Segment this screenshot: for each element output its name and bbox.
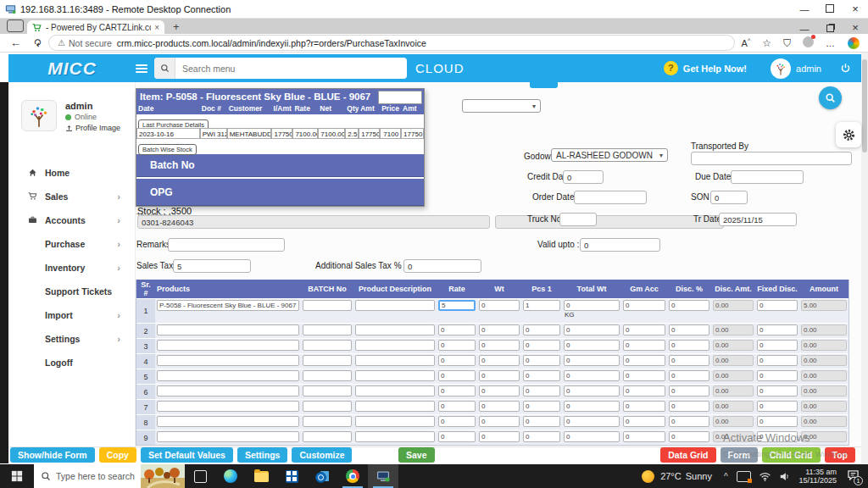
grid-input[interactable] [669,431,709,442]
grid-input[interactable] [438,355,476,366]
popup-title-input[interactable] [378,91,422,104]
hidden-icons-chevron[interactable]: ^ [724,472,728,481]
sales-tax-input[interactable] [173,259,251,273]
settings-gear-card[interactable] [836,122,861,147]
opg-band[interactable]: OPG [136,177,424,206]
grid-input[interactable] [355,385,435,396]
reload-icon[interactable]: ⟳ [31,38,43,47]
help-area[interactable]: ? Get Help Now! [664,61,747,75]
grid-input[interactable] [157,370,299,381]
grid-input[interactable] [303,385,352,396]
child-grid-button[interactable]: Child Grid [762,447,821,463]
tab-close-icon[interactable]: × [154,23,159,32]
grid-input[interactable] [157,300,299,311]
browser-tab[interactable]: - Powered By CARTZLink.com × [27,20,164,34]
addl-sales-tax-input[interactable] [403,259,481,273]
grid-input[interactable] [355,324,435,336]
sidebar-item-inventory[interactable]: Inventory› [8,256,136,280]
grid-input[interactable] [355,401,435,412]
browser-restore-icon[interactable] [817,24,843,34]
taskbar-outlook[interactable] [307,464,337,488]
grid-input[interactable] [623,431,665,442]
customize-button[interactable]: Customize [292,447,352,463]
taskbar-edge[interactable] [215,464,246,488]
transported-by-input[interactable] [691,152,852,165]
back-icon[interactable]: ← [10,36,21,49]
grid-input[interactable] [564,300,620,311]
grid-input[interactable] [438,416,476,427]
grid-input[interactable] [669,324,709,336]
order-date-input[interactable] [574,191,647,204]
grid-input[interactable] [479,401,520,412]
grid-input[interactable] [157,431,299,442]
grid-input[interactable] [623,324,665,336]
credit-days-input[interactable] [563,170,604,184]
grid-input[interactable] [757,401,798,412]
logout-power-icon[interactable] [840,63,851,74]
grid-input[interactable] [564,401,620,412]
weather-condition[interactable]: Sunny [686,471,712,481]
sidebar-item-import[interactable]: Import› [8,303,136,327]
grid-input[interactable] [564,431,620,442]
grid-input[interactable] [438,300,476,311]
grid-input[interactable] [757,340,798,351]
grid-input[interactable] [623,370,665,381]
grid-input[interactable] [438,385,476,396]
grid-input[interactable] [355,416,435,427]
task-view-button[interactable] [185,464,215,488]
son-input[interactable] [710,191,748,204]
rdp-maximize-icon[interactable] [817,4,843,14]
grid-input[interactable] [523,324,560,336]
grid-input[interactable] [523,431,560,442]
tab-search-icon[interactable] [7,19,24,32]
menu-search-input[interactable] [175,64,407,74]
weather-temp[interactable]: 27°C [660,471,682,481]
show-hide-form-button[interactable]: Show/hide Form [10,447,95,463]
url-bar[interactable]: ⚠ Not secure crm.micc-products.com.local… [48,35,735,51]
taskbar-rdp[interactable] [368,464,398,488]
sidebar-item-logoff[interactable]: Logoff [8,351,136,374]
grid-input[interactable] [757,431,798,442]
new-tab-icon[interactable]: + [173,20,180,33]
copy-button[interactable]: Copy [99,447,136,463]
grid-input[interactable] [479,385,520,396]
page-search-fab[interactable] [819,86,842,109]
grid-input[interactable] [669,416,709,427]
sidebar-profile-image-link[interactable]: Profile Image [65,124,120,132]
grid-input[interactable] [623,385,665,396]
volume-icon[interactable] [779,472,791,481]
due-date-input[interactable] [731,170,804,184]
grid-input[interactable] [438,370,476,381]
taskbar-chrome[interactable] [337,464,368,488]
browser-close-icon[interactable]: × [843,21,868,34]
grid-input[interactable] [564,340,620,351]
sidebar-item-accounts[interactable]: Accounts› [8,208,136,232]
grid-input[interactable] [523,401,560,412]
grid-input[interactable] [479,340,520,351]
grid-input[interactable] [355,340,435,351]
truck-no-input[interactable] [559,213,597,226]
valid-upto-input[interactable] [580,238,660,252]
grid-input[interactable] [564,355,620,366]
grid-input[interactable] [157,416,299,427]
grid-input[interactable] [157,355,299,366]
godown-select[interactable]: AL-RASHEED GODOWN▾ [551,148,668,162]
read-aloud-icon[interactable]: A^ [742,37,751,48]
grid-input[interactable] [623,416,665,427]
sidebar-avatar[interactable] [21,100,57,131]
header-user-avatar[interactable] [771,58,791,79]
grid-input[interactable] [355,431,435,442]
batch-no-band[interactable]: Batch No [136,152,424,177]
tr-date-input[interactable] [719,213,797,226]
grid-input[interactable] [623,401,665,412]
grid-input[interactable] [303,324,352,336]
grid-input[interactable] [669,300,709,311]
grid-input[interactable] [523,385,560,396]
rdp-minimize-icon[interactable]: — [792,4,817,14]
grid-input[interactable] [157,340,299,351]
grid-input[interactable] [757,385,798,396]
grid-input[interactable] [303,340,352,351]
grid-input[interactable] [303,355,352,366]
grid-input[interactable] [523,300,560,311]
touch-keyboard-icon[interactable] [737,471,751,482]
